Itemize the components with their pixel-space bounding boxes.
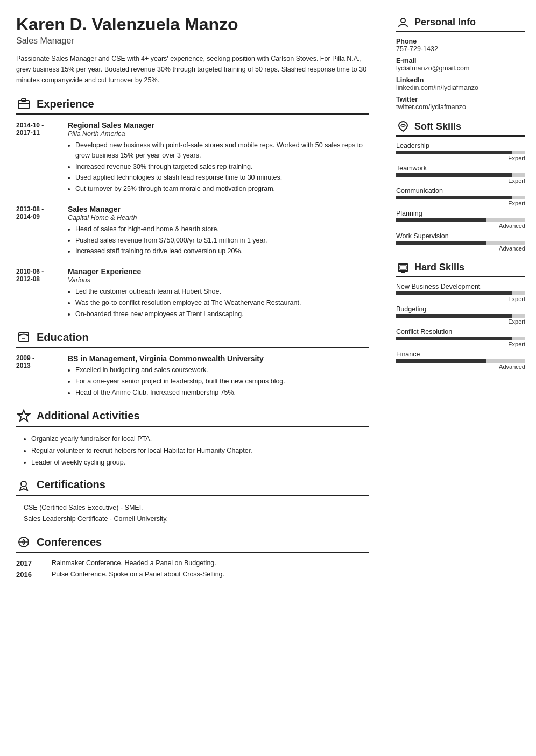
- exp-job-title-2: Sales Manager: [68, 205, 369, 213]
- education-icon: [16, 330, 31, 345]
- conf-text-2: Pulse Conference. Spoke on a Panel about…: [52, 570, 369, 579]
- personal-info-fields: Phone 757-729-1432 E-mail lydiafmanzo@gm…: [396, 38, 525, 111]
- soft-skills-header: Soft Skills: [396, 119, 525, 137]
- exp-bullet-1-2: Increased revenue 30% through targeted s…: [75, 162, 369, 172]
- soft-skill-bar-fill-4: [396, 241, 486, 245]
- exp-bullet-2-1: Head of sales for high-end home & hearth…: [75, 224, 369, 234]
- edu-dates-1: 2009 - 2013: [16, 354, 59, 398]
- soft-skill-name-2: Communication: [396, 187, 525, 195]
- soft-skill-name-3: Planning: [396, 210, 525, 217]
- certifications-icon: [16, 477, 31, 493]
- soft-skill-level-2: Expert: [396, 200, 525, 206]
- activity-bullet-3: Leader of weekly cycling group.: [31, 457, 369, 468]
- hard-skill-1: Budgeting Expert: [396, 305, 525, 325]
- hard-skill-bar-fill-3: [396, 359, 486, 363]
- hard-skills-header: Hard Skills: [396, 260, 525, 277]
- cert-item-2: Sales Leadership Certificate - Cornell U…: [16, 513, 369, 525]
- soft-skill-level-0: Expert: [396, 155, 525, 161]
- hard-skill-bar-bg-2: [396, 337, 525, 340]
- conf-entry-2: 2016 Pulse Conference. Spoke on a Panel …: [16, 570, 369, 579]
- soft-skill-bar-bg-1: [396, 173, 525, 177]
- hard-skill-name-0: New Business Development: [396, 283, 525, 290]
- soft-skill-1: Teamwork Expert: [396, 165, 525, 184]
- email-label: E-mail: [396, 57, 525, 65]
- activity-bullets-list: Organize yearly fundraiser for local PTA…: [16, 433, 369, 468]
- exp-company-1: Pilla North America: [68, 130, 369, 138]
- candidate-name: Karen D. Valenzuela Manzo: [16, 15, 369, 34]
- hard-skill-level-1: Expert: [396, 318, 525, 325]
- soft-skills-list: Leadership Expert Teamwork Expert Commun…: [396, 142, 525, 252]
- twitter-value: twitter.com/lydiafmanzo: [396, 103, 525, 111]
- additional-activities-header: Additional Activities: [16, 409, 369, 427]
- linkedin-label: LinkedIn: [396, 76, 525, 84]
- certifications-section: Certifications CSE (Certified Sales Exec…: [16, 477, 369, 525]
- phone-value: 757-729-1432: [396, 45, 525, 53]
- hard-skill-bar-bg-0: [396, 291, 525, 295]
- phone-label: Phone: [396, 38, 525, 45]
- hard-skill-name-2: Conflict Resolution: [396, 328, 525, 336]
- exp-content-3: Manager Experience Various Led the custo…: [68, 267, 369, 320]
- exp-entry-1: 2014-10 - 2017-11 Regional Sales Manager…: [16, 121, 369, 195]
- linkedin-value: linkedin.com/in/lydiafmanzo: [396, 84, 525, 91]
- hard-skill-bar-bg-3: [396, 359, 525, 363]
- exp-content-1: Regional Sales Manager Pilla North Ameri…: [68, 121, 369, 195]
- experience-icon: [16, 96, 31, 111]
- soft-skill-level-3: Advanced: [396, 223, 525, 229]
- left-column: Karen D. Valenzuela Manzo Sales Manager …: [0, 0, 385, 756]
- additional-activities-section: Additional Activities Organize yearly fu…: [16, 409, 369, 468]
- soft-skill-name-1: Teamwork: [396, 165, 525, 172]
- exp-bullet-3-1: Led the customer outreach team at Hubert…: [75, 287, 369, 297]
- hard-skill-bar-fill-2: [396, 337, 512, 340]
- soft-skill-bar-bg-0: [396, 151, 525, 154]
- exp-bullet-3-2: Was the go-to conflict resolution employ…: [75, 298, 369, 308]
- exp-entry-3: 2010-06 - 2012-08 Manager Experience Var…: [16, 267, 369, 320]
- soft-skill-3: Planning Advanced: [396, 210, 525, 229]
- personal-info-header: Personal Info: [396, 15, 525, 32]
- edu-bullet-1-2: For a one-year senior project in leaders…: [75, 376, 369, 387]
- svg-point-6: [21, 481, 26, 487]
- hard-skill-bar-fill-1: [396, 314, 512, 318]
- header-section: Karen D. Valenzuela Manzo Sales Manager …: [16, 15, 369, 85]
- hard-skill-3: Finance Advanced: [396, 351, 525, 370]
- education-title: Education: [37, 331, 89, 344]
- edu-bullets-1: Excelled in budgeting and sales coursewo…: [68, 365, 369, 397]
- hard-skill-name-3: Finance: [396, 351, 525, 358]
- exp-company-2: Capital Home & Hearth: [68, 214, 369, 222]
- conferences-section: Conferences 2017 Rainmaker Conference. H…: [16, 534, 369, 579]
- edu-entry-1: 2009 - 2013 BS in Management, Virginia C…: [16, 354, 369, 398]
- conf-year-2: 2016: [16, 570, 43, 579]
- exp-company-3: Various: [68, 276, 369, 284]
- soft-skill-level-4: Advanced: [396, 245, 525, 252]
- exp-bullet-1-3: Used applied technologies to slash lead …: [75, 173, 369, 183]
- soft-skill-bar-bg-3: [396, 218, 525, 222]
- edu-content-1: BS in Management, Virginia Commonwealth …: [68, 354, 369, 398]
- certifications-title: Certifications: [37, 479, 105, 491]
- soft-skill-2: Communication Expert: [396, 187, 525, 206]
- soft-skill-bar-fill-0: [396, 151, 512, 154]
- exp-entry-2: 2013-08 - 2014-09 Sales Manager Capital …: [16, 205, 369, 258]
- additional-activities-icon: [16, 409, 31, 424]
- edu-bullet-1-3: Head of the Anime Club. Increased member…: [75, 388, 369, 398]
- soft-skill-bar-fill-3: [396, 218, 486, 222]
- exp-dates-3: 2010-06 - 2012-08: [16, 267, 59, 320]
- hard-skills-list: New Business Development Expert Budgetin…: [396, 283, 525, 370]
- soft-skill-level-1: Expert: [396, 177, 525, 184]
- soft-skill-name-0: Leadership: [396, 142, 525, 149]
- personal-info-section: Personal Info Phone 757-729-1432 E-mail …: [396, 15, 525, 111]
- exp-job-title-3: Manager Experience: [68, 267, 369, 276]
- cert-item-1: CSE (Certified Sales Executive) - SMEI.: [16, 502, 369, 513]
- candidate-title: Sales Manager: [16, 36, 369, 46]
- personal-info-title: Personal Info: [414, 17, 476, 28]
- exp-dates-1: 2014-10 - 2017-11: [16, 121, 59, 195]
- exp-bullet-3-3: On-boarded three new employees at Trent …: [75, 309, 369, 319]
- hard-skill-level-2: Expert: [396, 341, 525, 347]
- hard-skills-title: Hard Skills: [414, 262, 464, 273]
- svg-point-9: [401, 18, 405, 23]
- exp-bullets-2: Head of sales for high-end home & hearth…: [68, 224, 369, 256]
- experience-title: Experience: [37, 98, 94, 110]
- exp-dates-2: 2013-08 - 2014-09: [16, 205, 59, 258]
- hard-skill-level-0: Expert: [396, 296, 525, 302]
- candidate-summary: Passionate Sales Manager and CSE with 4+…: [16, 53, 369, 85]
- resume-container: Karen D. Valenzuela Manzo Sales Manager …: [0, 0, 536, 756]
- experience-section: Experience 2014-10 - 2017-11 Regional Sa…: [16, 96, 369, 320]
